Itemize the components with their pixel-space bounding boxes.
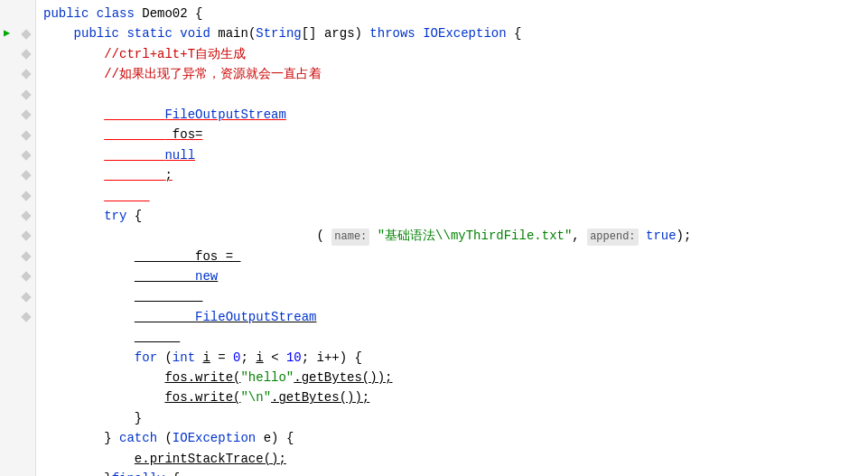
code-fos-write2: fos.write(: [164, 387, 240, 407]
keyword-public: public: [43, 4, 89, 23]
plain: [195, 348, 202, 368]
keyword-int: int: [173, 348, 195, 368]
gutter-row-14: [0, 266, 35, 286]
plain: ;: [241, 348, 257, 368]
breakpoint: [21, 130, 31, 140]
breakpoint: [21, 312, 31, 322]
string-newline: "\n": [240, 387, 271, 407]
indent: [43, 23, 74, 43]
gutter-row-7: [0, 125, 35, 145]
keyword-class: class: [97, 4, 135, 23]
gutter-row-8: [0, 145, 35, 165]
plain: [369, 226, 377, 246]
code-line-5: FileOutputStream fos= null ;: [36, 85, 868, 206]
breakpoint: [21, 150, 31, 160]
plain: fos=: [164, 127, 202, 142]
plain: [195, 289, 202, 303]
breakpoint: [21, 292, 31, 302]
code-line-6: try {: [36, 206, 868, 226]
var-i: i: [202, 348, 210, 368]
code-line-1: public class Demo02 {: [36, 4, 868, 23]
plain: (: [157, 428, 173, 448]
plain: }: [104, 469, 111, 476]
comment-1: //ctrl+alt+T自动生成: [104, 44, 246, 64]
code-line-13: e.printStackTrace();: [36, 449, 868, 469]
code-line-8: for ( int i = 0 ; i < 10 ; i++) {: [36, 348, 868, 368]
code-line-12: } catch ( IOException e) {: [36, 428, 868, 448]
code-line-3: //ctrl+alt+T自动生成: [36, 44, 868, 64]
code-area[interactable]: public class Demo02 { public static void…: [36, 0, 868, 476]
plain: (: [316, 226, 331, 246]
keyword-true: true: [646, 226, 677, 246]
plain: <: [264, 348, 286, 368]
plain: {: [164, 469, 180, 476]
indent: [43, 206, 104, 226]
plain: =: [210, 348, 233, 368]
code-line-10: fos.write( "\n" .getBytes());: [36, 387, 868, 407]
plain: }: [104, 428, 119, 448]
indent: [43, 85, 104, 105]
keyword-static: static: [126, 23, 172, 43]
code-fos-new: fos = new FileOutputStream: [135, 226, 317, 347]
keyword-try: try: [104, 206, 126, 226]
gutter-row-6: [0, 105, 35, 125]
code-getbytes1: .getBytes());: [294, 368, 392, 387]
plain: main(: [210, 23, 256, 43]
keyword-catch: catch: [119, 428, 157, 448]
plain: {: [507, 23, 522, 43]
code-line-14: } finally {: [36, 469, 868, 476]
gutter-row-15: [0, 286, 35, 306]
type-string: String: [256, 23, 301, 43]
indent: [43, 226, 135, 246]
gutter-row-13: [0, 247, 35, 266]
gutter-row-11: [0, 206, 35, 226]
breakpoint: [21, 109, 31, 119]
code-getbytes2: .getBytes());: [271, 387, 369, 407]
type-fos: FileOutputStream: [164, 107, 285, 122]
code-printstacktrace: e.printStackTrace();: [135, 449, 286, 469]
keyword-new: new: [195, 269, 218, 284]
code-line-7: fos = new FileOutputStream ( name: "基础语法…: [36, 226, 868, 347]
param-hint-append: append:: [587, 229, 638, 246]
keyword-for: for: [135, 348, 157, 368]
var-i2: i: [256, 348, 263, 368]
indent: [43, 428, 104, 448]
gutter-row: [0, 4, 35, 23]
breakpoint: [21, 171, 31, 181]
plain: [639, 226, 646, 246]
plain: fos =: [195, 249, 240, 264]
code-fos-write1: fos.write(: [164, 368, 240, 387]
plain: ; i++) {: [302, 348, 362, 368]
gutter-row-16: [0, 307, 35, 327]
indent: [43, 408, 135, 428]
gutter-row-18: [0, 348, 35, 368]
plain: [173, 23, 180, 43]
code-line-4: //如果出现了异常，资源就会一直占着: [36, 64, 868, 84]
plain: );: [677, 226, 692, 246]
gutter-row-5: [0, 85, 35, 105]
editor-container: ▶: [0, 0, 868, 476]
breakpoint: [21, 251, 31, 261]
breakpoint: [21, 49, 31, 59]
plain: [] args): [302, 23, 370, 43]
indent: [43, 44, 104, 64]
string-hello: "hello": [240, 368, 294, 387]
plain: [89, 4, 96, 23]
run-arrow[interactable]: ▶: [4, 25, 10, 42]
indent: [43, 469, 104, 476]
keyword-throws: throws: [369, 23, 415, 43]
number-0: 0: [233, 348, 240, 368]
gutter-row-12: [0, 226, 35, 246]
plain: {: [126, 206, 142, 226]
type-ioexception2: IOException: [173, 428, 256, 448]
breakpoint: [21, 272, 31, 282]
string-path: "基础语法\\myThirdFile.txt": [378, 226, 573, 246]
line-gutter: ▶: [0, 0, 36, 476]
breakpoint: [21, 210, 31, 220]
code-line-9: fos.write( "hello" .getBytes());: [36, 368, 868, 387]
close-brace: }: [135, 408, 142, 428]
comment-2: //如果出现了异常，资源就会一直占着: [104, 64, 322, 84]
gutter-row-10: [0, 186, 35, 206]
plain: [415, 23, 423, 43]
indent: [43, 387, 164, 407]
